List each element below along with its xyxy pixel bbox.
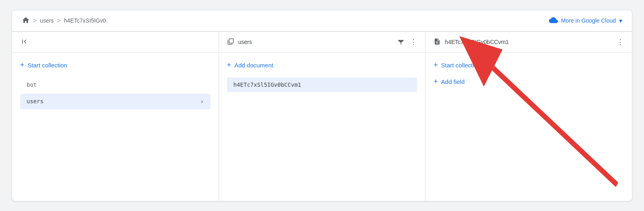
panel-root: + Start collection bot users ›	[12, 32, 219, 201]
panel-document-actions: ⋮	[617, 38, 624, 46]
more-in-google-cloud-label: More in Google Cloud	[561, 17, 616, 24]
panel-users: users ⋮ + Add document h4ETc7	[219, 32, 426, 201]
breadcrumb-bar: > users > h4ETc7xSI5IGv0. More in Google…	[12, 10, 632, 31]
home-icon[interactable]	[22, 16, 30, 25]
more-in-google-cloud-button[interactable]: More in Google Cloud ▾	[549, 17, 622, 25]
panel-document-header: h4ETc7xSI5IGv0bCCvm1 ⋮	[425, 32, 632, 53]
more-icon-document[interactable]: ⋮	[617, 38, 624, 46]
chevron-right-icon-users: ›	[200, 98, 204, 105]
collection-item-users[interactable]: users ›	[20, 94, 211, 109]
panel-users-actions: ⋮	[397, 38, 417, 46]
add-field-label: Add field	[441, 78, 464, 85]
panel-root-title	[20, 38, 211, 47]
panel-document-content: + Start collection + Add field	[425, 53, 632, 201]
breadcrumb: > users > h4ETc7xSI5IGv0.	[22, 16, 107, 25]
document-icon	[433, 38, 441, 46]
panels-container: + Start collection bot users ›	[12, 31, 632, 201]
cloud-icon	[549, 17, 558, 25]
breadcrumb-users[interactable]: users	[40, 17, 54, 24]
start-collection-button-doc[interactable]: + Start collection	[433, 61, 624, 69]
add-document-label: Add document	[234, 62, 273, 69]
collapse-icon[interactable]	[20, 38, 28, 47]
panel-document-title: h4ETc7xSI5IGv0bCCvm1	[445, 39, 509, 45]
panel-users-content: + Add document h4ETc7xSl5IGv0bCCvm1	[219, 53, 425, 201]
chevron-down-icon: ▾	[619, 17, 622, 25]
document-item-h4ETc7x[interactable]: h4ETc7xSl5IGv0bCCvm1	[227, 77, 417, 92]
add-field-button[interactable]: + Add field	[433, 77, 624, 86]
panel-users-title-area: users	[227, 38, 397, 46]
start-collection-label-doc: Start collection	[441, 62, 481, 69]
breadcrumb-document-id: h4ETc7xSI5IGv0.	[64, 17, 107, 24]
collection-item-bot[interactable]: bot	[20, 77, 211, 92]
plus-icon-add-field: +	[433, 77, 438, 86]
panel-users-header: users ⋮	[219, 32, 425, 53]
panel-root-content: + Start collection bot users ›	[12, 53, 219, 201]
collection-item-users-label: users	[27, 98, 43, 104]
panel-root-header	[12, 32, 219, 53]
more-icon-users[interactable]: ⋮	[410, 38, 417, 46]
document-item-label: h4ETc7xSl5IGv0bCCvm1	[233, 81, 301, 88]
panel-document-title-area: h4ETc7xSI5IGv0bCCvm1	[433, 38, 617, 46]
start-collection-label-root: Start collection	[28, 62, 67, 69]
plus-icon-add-doc: +	[227, 61, 231, 69]
panel-document: h4ETc7xSI5IGv0bCCvm1 ⋮ + Start collectio…	[425, 32, 632, 201]
collection-icon	[227, 38, 234, 46]
panel-users-title: users	[238, 39, 252, 45]
filter-icon[interactable]	[397, 38, 405, 46]
start-collection-button-root[interactable]: + Start collection	[20, 61, 211, 69]
breadcrumb-separator-2: >	[57, 17, 61, 24]
collection-item-bot-label: bot	[27, 81, 37, 88]
plus-icon-start-col: +	[433, 61, 438, 69]
plus-icon-root: +	[20, 61, 25, 69]
breadcrumb-separator-1: >	[33, 17, 37, 24]
add-document-button[interactable]: + Add document	[227, 61, 417, 69]
